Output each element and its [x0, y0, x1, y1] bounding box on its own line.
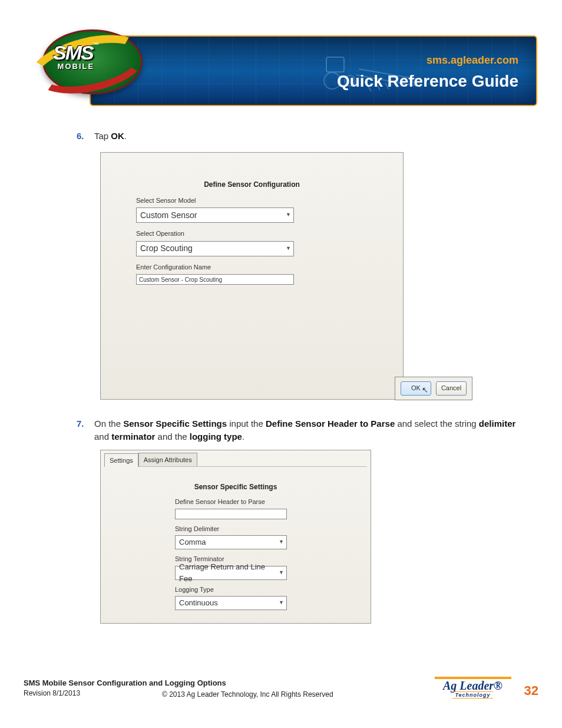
step-text-end: .	[124, 131, 127, 141]
dialog-button-bar: OK ↖ Cancel	[395, 377, 472, 400]
select-string-terminator[interactable]: Carriage Return and Line Fee ▼	[175, 566, 287, 580]
banner-background: sms.agleader.com Quick Reference Guide	[90, 35, 537, 106]
header-banner: sms.agleader.com Quick Reference Guide S…	[25, 24, 537, 112]
input-config-name[interactable]: Custom Sensor - Crop Scouting	[136, 274, 294, 285]
label-sensor-model: Select Sensor Model	[136, 196, 403, 206]
chevron-down-icon: ▼	[279, 569, 284, 577]
label-logging-type: Logging Type	[175, 585, 367, 595]
t: and	[94, 431, 111, 442]
t: and select the string	[395, 419, 479, 429]
t: On the	[94, 419, 123, 429]
button-label: OK	[411, 383, 421, 393]
select-logging-type[interactable]: Continuous ▼	[175, 596, 287, 610]
cursor-icon: ↖	[422, 384, 428, 396]
logo-text-main: SMS	[53, 41, 93, 64]
panel-title: Sensor Specific Settings	[104, 482, 367, 492]
tab-assign-attributes[interactable]: Assign Attributes	[138, 453, 197, 467]
chevron-down-icon: ▼	[279, 599, 284, 607]
ok-button[interactable]: OK ↖	[401, 381, 431, 396]
select-value: Comma	[179, 536, 206, 548]
step-number: 6.	[77, 130, 84, 143]
label-operation: Select Operation	[136, 229, 403, 239]
define-sensor-config-dialog: Define Sensor Configuration Select Senso…	[100, 152, 404, 400]
chevron-down-icon: ▼	[286, 211, 291, 219]
step-bold: OK	[111, 131, 124, 141]
select-value: Continuous	[179, 597, 218, 609]
chevron-down-icon: ▼	[286, 245, 291, 253]
step-number: 7.	[77, 417, 84, 431]
dialog-title: Define Sensor Configuration	[101, 153, 403, 190]
select-operation[interactable]: Crop Scouting ▼	[136, 241, 294, 256]
select-string-delimiter[interactable]: Comma ▼	[175, 535, 287, 549]
svg-rect-0	[326, 57, 344, 72]
select-value: Carriage Return and Line Fee	[179, 561, 279, 584]
b: logging type	[190, 431, 242, 442]
registered-icon: ®	[494, 679, 503, 692]
label-header-parse: Define Sensor Header to Parse	[175, 497, 367, 507]
tab-settings[interactable]: Settings	[104, 453, 138, 467]
banner-url: sms.agleader.com	[427, 54, 518, 67]
agleader-sub: Technology	[452, 691, 492, 699]
select-value: Custom Sensor	[140, 209, 197, 222]
step-6: 6. Tap OK. Define Sensor Configuration S…	[77, 130, 524, 400]
b: Define Sensor Header to Parse	[266, 419, 395, 429]
chevron-down-icon: ▼	[279, 538, 284, 546]
t: and the	[155, 431, 189, 442]
label-config-name: Enter Configuration Name	[136, 262, 403, 272]
label-string-delimiter: String Delimiter	[175, 524, 367, 534]
b: delimiter	[479, 419, 516, 429]
b: Sensor Specific Settings	[123, 419, 227, 429]
agleader-text: Ag Leader	[443, 679, 494, 692]
tab-panel: Sensor Specific Settings Define Sensor H…	[104, 466, 367, 620]
page-content: 6. Tap OK. Define Sensor Configuration S…	[77, 130, 524, 624]
agleader-logo: Ag Leader® Technology	[435, 676, 511, 699]
footer-copyright: © 2013 Ag Leader Technology, Inc All Rig…	[162, 690, 333, 699]
banner-title: Quick Reference Guide	[337, 72, 518, 91]
page-number: 32	[524, 683, 538, 699]
logo-text-sub: MOBILE	[53, 62, 99, 71]
sensor-settings-dialog: Settings Assign Attributes Sensor Specif…	[100, 450, 371, 624]
select-value: Crop Scouting	[140, 242, 193, 255]
tab-bar: Settings Assign Attributes	[104, 453, 371, 467]
step-text: Tap	[94, 131, 111, 141]
step-7: 7. On the Sensor Specific Settings input…	[77, 417, 524, 624]
b: terminator	[111, 431, 155, 442]
t: .	[242, 431, 244, 442]
button-label: Cancel	[441, 383, 461, 393]
cancel-button[interactable]: Cancel	[436, 381, 467, 396]
t: input the	[227, 419, 266, 429]
logo-trademark: ™	[93, 41, 99, 48]
select-sensor-model[interactable]: Custom Sensor ▼	[136, 207, 294, 223]
sms-mobile-logo: SMS™ MOBILE	[25, 24, 154, 106]
input-header-parse[interactable]	[175, 509, 287, 519]
footer-doc-title: SMS Mobile Sensor Configuration and Logg…	[24, 678, 226, 689]
page-footer: SMS Mobile Sensor Configuration and Logg…	[24, 676, 538, 699]
